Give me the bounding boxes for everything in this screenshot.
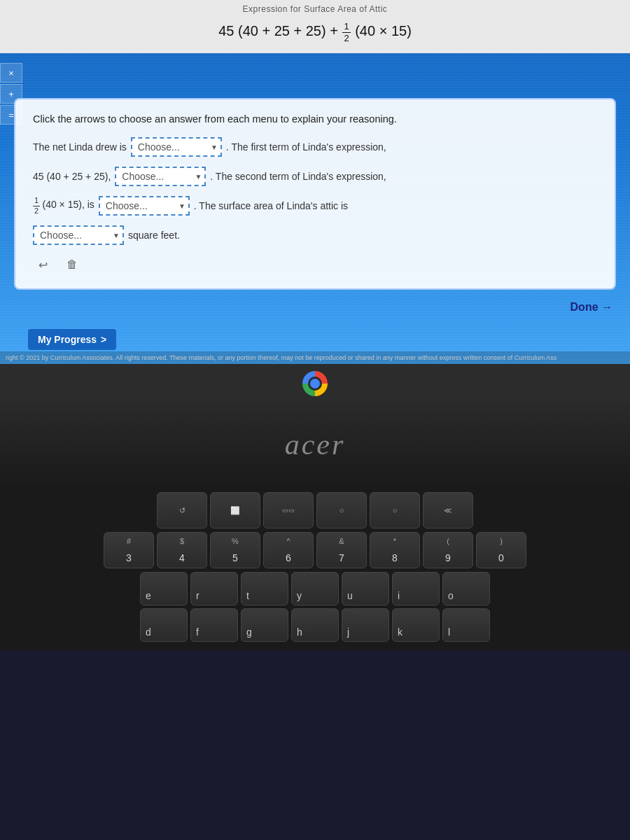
row4-dropdown-wrapper[interactable]: Choose... (33, 225, 124, 245)
key-g[interactable]: g (241, 608, 288, 642)
progress-label: My Progress (38, 334, 97, 345)
row3-suffix: . The surface area of Linda's attic is (194, 200, 348, 211)
title-text: Expression for Surface Area of Attic (0, 0, 630, 14)
reasoning-row-1: The net Linda drew is Choose... . The fi… (33, 137, 597, 157)
row1-prefix: The net Linda drew is (33, 141, 127, 153)
keyboard-letter-row-1: e r t y u i o (0, 572, 630, 606)
row1-suffix: . The first term of Linda's expression, (226, 141, 386, 153)
row4-dropdown[interactable]: Choose... (33, 225, 124, 245)
key-o[interactable]: o (442, 572, 490, 606)
key-8[interactable]: * 8 (370, 532, 420, 568)
row3-dropdown[interactable]: Choose... (99, 196, 190, 216)
reasoning-row-4: Choose... square feet. (33, 225, 597, 245)
key-d[interactable]: d (140, 608, 188, 642)
my-progress-button[interactable]: My Progress > (28, 329, 116, 350)
done-button[interactable]: Done → (570, 301, 612, 314)
key-4[interactable]: $ 4 (157, 532, 207, 568)
progress-arrow: > (101, 334, 106, 345)
row2-dropdown-wrapper[interactable]: Choose... (115, 167, 206, 186)
key-t[interactable]: t (241, 572, 288, 606)
chrome-icon[interactable] (302, 371, 328, 396)
key-7[interactable]: & 7 (316, 532, 367, 568)
key-9[interactable]: ( 9 (423, 532, 473, 568)
row2-prefix: 45 (40 + 25 + 25), (33, 171, 111, 182)
key-u[interactable]: u (342, 572, 389, 606)
expression-title: Expression for Surface Area of Attic 45 … (0, 0, 630, 53)
key-h[interactable]: h (291, 608, 339, 642)
acer-area: acer (0, 402, 630, 486)
reasoning-row-3: 1 2 (40 × 15), is Choose... . The surfac… (33, 196, 597, 216)
keyboard-function-row: ↺ ⬜ ▭▭ ○ ○ ≪ (0, 492, 630, 528)
key-k[interactable]: k (392, 608, 440, 642)
key-y[interactable]: y (291, 572, 339, 606)
key-3[interactable]: # 3 (104, 532, 154, 568)
key-circle2[interactable]: ○ (370, 492, 420, 528)
key-0[interactable]: ) 0 (476, 532, 526, 568)
keyboard: ↺ ⬜ ▭▭ ○ ○ ≪ # 3 $ 4 % 5 ^ (0, 486, 630, 650)
keyboard-number-row: # 3 $ 4 % 5 ^ 6 & 7 * 8 ( 9 ) 0 (0, 532, 630, 568)
key-refresh[interactable]: ↺ (157, 492, 207, 528)
content-card: Click the arrows to choose an answer fro… (14, 98, 616, 290)
key-j[interactable]: j (342, 608, 389, 642)
key-l[interactable]: l (442, 608, 490, 642)
key-multiwindow[interactable]: ▭▭ (263, 492, 314, 528)
key-r[interactable]: r (190, 572, 238, 606)
copyright-text: right © 2021 by Curriculum Associates. A… (0, 351, 630, 364)
key-i[interactable]: i (392, 572, 440, 606)
row4-suffix: square feet. (128, 230, 180, 241)
reasoning-row-2: 45 (40 + 25 + 25), Choose... . The secon… (33, 167, 597, 186)
delete-icon[interactable]: 🗑 (62, 255, 82, 274)
row3-dropdown-wrapper[interactable]: Choose... (99, 196, 190, 216)
card-instruction: Click the arrows to choose an answer fro… (33, 113, 597, 125)
key-back[interactable]: ≪ (423, 492, 473, 528)
key-f[interactable]: f (190, 608, 238, 642)
back-icon[interactable]: ↩ (33, 255, 52, 274)
close-button[interactable]: × (0, 63, 22, 83)
fraction-half: 1 2 (342, 21, 350, 43)
row3-prefix: 1 2 (40 × 15), is (33, 196, 94, 215)
taskbar (0, 364, 630, 402)
row1-dropdown[interactable]: Choose... (131, 137, 222, 157)
row1-dropdown-wrapper[interactable]: Choose... (131, 137, 222, 157)
keyboard-letter-row-2: d f g h j k l (0, 608, 630, 642)
formula-display: 45 (40 + 25 + 25) + 1 2 (40 × 15) (204, 14, 426, 53)
row2-suffix: . The second term of Linda's expression, (210, 171, 386, 182)
row2-dropdown[interactable]: Choose... (115, 167, 206, 186)
key-6[interactable]: ^ 6 (263, 532, 314, 568)
key-5[interactable]: % 5 (210, 532, 260, 568)
key-circle1[interactable]: ○ (316, 492, 367, 528)
key-e[interactable]: e (140, 572, 188, 606)
acer-logo: acer (285, 428, 346, 461)
card-footer: ↩ 🗑 (33, 255, 597, 274)
key-fullscreen[interactable]: ⬜ (210, 492, 260, 528)
